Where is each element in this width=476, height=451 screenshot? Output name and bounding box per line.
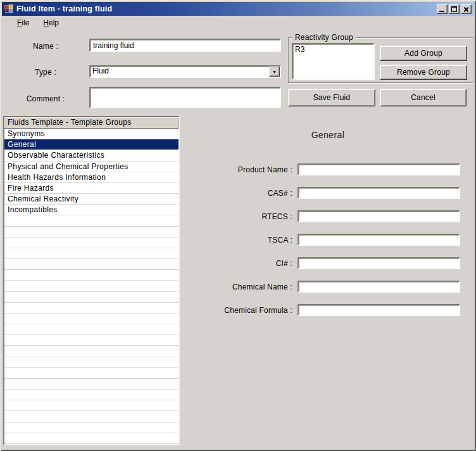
window-controls (437, 4, 472, 14)
field-input[interactable] (298, 281, 460, 293)
template-groups-grid: Fluids Template - Template Groups Synony… (3, 116, 180, 445)
title-bar[interactable]: Fluid Item - training fluid (2, 2, 474, 16)
list-item[interactable]: Health Hazards Information (4, 172, 178, 183)
field-label: Chemical Formula : (184, 306, 292, 315)
list-item[interactable] (4, 314, 178, 324)
field-label: CI# : (184, 259, 292, 268)
field-input[interactable] (298, 304, 460, 316)
detail-field-row: Chemical Formula : (184, 303, 468, 317)
list-item[interactable] (4, 303, 178, 314)
field-input[interactable] (298, 234, 460, 246)
detail-field-row: TSCA : (184, 233, 468, 246)
list-item[interactable] (4, 368, 178, 379)
comment-label: Comment : (13, 94, 78, 103)
list-item[interactable] (4, 400, 178, 411)
list-item[interactable]: Chemical Reactivity (4, 194, 178, 205)
name-label: Name : (13, 42, 78, 51)
list-item-label: Physical and Chemical Properties (8, 162, 128, 171)
template-rows: SynonymsGeneralObservable Characteristic… (4, 129, 178, 444)
list-item[interactable] (4, 379, 178, 390)
add-group-button[interactable]: Add Group (380, 46, 467, 61)
cancel-button[interactable]: Cancel (380, 89, 467, 106)
list-item[interactable] (4, 324, 178, 335)
field-label: CAS# : (184, 189, 292, 198)
type-dropdown[interactable]: Fluid ▼ (89, 65, 281, 78)
name-input[interactable] (89, 39, 281, 52)
reactivity-list-item[interactable]: R3 (293, 44, 373, 54)
list-item[interactable] (4, 248, 178, 259)
field-input[interactable] (298, 187, 460, 199)
reactivity-groupbox: Reactivity Group R3 Add Group Remove Gro… (288, 37, 473, 83)
list-item[interactable] (4, 238, 178, 248)
grid-header: Fluids Template - Template Groups (4, 117, 178, 129)
remove-group-button[interactable]: Remove Group (380, 65, 467, 80)
list-item-label: Observable Characteristics (8, 151, 104, 160)
list-item[interactable] (4, 292, 178, 303)
list-item-label: General (8, 140, 36, 149)
list-item[interactable] (4, 357, 178, 368)
close-button[interactable] (461, 4, 472, 14)
list-item[interactable] (4, 346, 178, 357)
detail-field-row: Chemical Name : (184, 280, 468, 293)
field-label: TSCA : (184, 236, 292, 245)
app-icon[interactable] (4, 4, 14, 14)
maximize-icon (451, 6, 457, 12)
list-item-label: Synonyms (8, 129, 45, 138)
list-item[interactable]: Physical and Chemical Properties (4, 162, 178, 172)
list-item[interactable] (4, 227, 178, 238)
list-item-label: Incompatibles (8, 205, 58, 214)
detail-heading: General (180, 130, 476, 140)
close-icon (461, 5, 471, 13)
chevron-down-icon: ▼ (272, 70, 277, 74)
list-item[interactable]: Observable Characteristics (4, 150, 178, 161)
list-item[interactable]: Synonyms (4, 129, 178, 139)
list-item[interactable]: Incompatibles (4, 205, 178, 215)
detail-field-row: RTECS : (184, 210, 468, 223)
list-item[interactable]: General (4, 139, 178, 150)
field-input[interactable] (298, 163, 460, 175)
list-item[interactable] (4, 335, 178, 346)
save-fluid-button[interactable]: Save Fluid (288, 89, 375, 106)
reactivity-listbox[interactable]: R3 (292, 43, 375, 80)
list-item[interactable] (4, 411, 178, 422)
comment-input[interactable] (89, 87, 281, 108)
field-label: Product Name : (184, 165, 292, 174)
type-dropdown-value: Fluid (91, 67, 280, 76)
detail-field-row: CAS# : (184, 186, 468, 200)
menu-item-help[interactable]: Help (36, 16, 66, 30)
field-input[interactable] (298, 210, 460, 222)
field-input[interactable] (298, 257, 460, 269)
list-item[interactable] (4, 390, 178, 400)
list-item[interactable] (4, 433, 178, 444)
maximize-button[interactable] (449, 4, 460, 14)
reactivity-groupbox-title: Reactivity Group (292, 33, 356, 42)
minimize-button[interactable] (437, 4, 448, 14)
menu-item-file[interactable]: File (10, 16, 36, 30)
menu-bar: FileHelp (2, 16, 474, 30)
list-item[interactable] (4, 281, 178, 291)
list-item[interactable] (4, 422, 178, 433)
list-item[interactable] (4, 259, 178, 270)
field-label: RTECS : (184, 212, 292, 221)
list-item[interactable] (4, 215, 178, 226)
detail-panel: General Product Name :CAS# :RTECS :TSCA … (180, 116, 476, 451)
list-item[interactable] (4, 270, 178, 281)
type-label: Type : (13, 68, 78, 77)
list-item-label: Chemical Reactivity (8, 194, 78, 203)
field-label: Chemical Name : (184, 283, 292, 291)
fluid-item-window: Fluid Item - training fluid FileHelp Nam… (0, 0, 476, 451)
detail-field-row: Product Name : (184, 163, 468, 176)
type-dropdown-button[interactable]: ▼ (269, 67, 280, 77)
list-item-label: Health Hazards Information (8, 173, 106, 182)
detail-field-row: CI# : (184, 257, 468, 270)
list-item-label: Fire Hazards (8, 184, 54, 193)
minimize-icon (439, 11, 444, 12)
list-item[interactable]: Fire Hazards (4, 183, 178, 194)
window-title: Fluid Item - training fluid (16, 4, 112, 13)
